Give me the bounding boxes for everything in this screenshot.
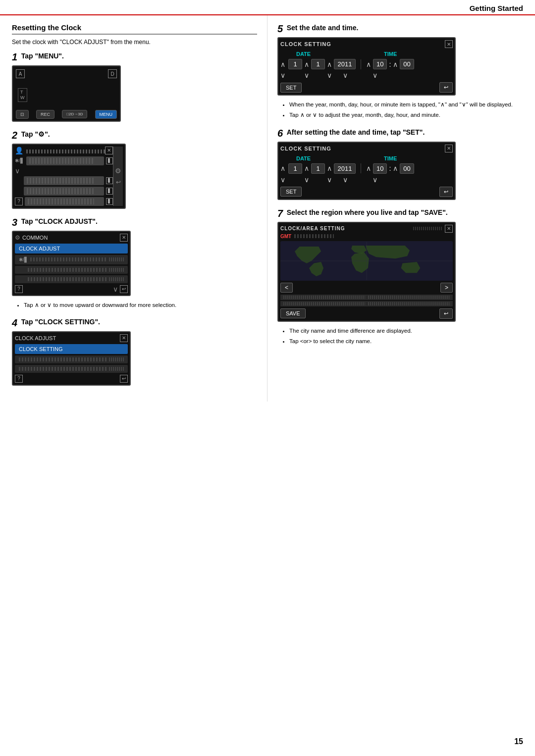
close-button-7[interactable]: ✕ xyxy=(445,225,453,233)
up-arrow-month-5[interactable]: ∧ xyxy=(304,60,309,68)
back-button-3[interactable]: ↩ xyxy=(120,285,128,293)
step-4-number: 4 xyxy=(12,317,17,328)
note-5-2: Tap ∧ or ∨ to adjust the year, month, da… xyxy=(289,111,523,119)
clock-dn-row-6: ∨ ∨ ∨ ∨ ∨ xyxy=(280,176,453,184)
step3-screen: ⚙ COMMON ✕ CLOCK ADJUST ✱/▋ xyxy=(12,231,131,296)
set-button-6[interactable]: SET xyxy=(280,187,302,197)
note-7-1: The city name and time difference are di… xyxy=(289,327,523,335)
clock-adjust-row[interactable]: CLOCK ADJUST xyxy=(15,244,128,253)
menu-item-bar-3[interactable] xyxy=(24,187,104,196)
menu-item-ind-2: ▋ xyxy=(106,177,113,184)
hour-field-5[interactable]: 10 xyxy=(373,59,387,69)
question-icon-4[interactable]: ? xyxy=(15,375,23,383)
min-field-6[interactable]: 00 xyxy=(400,163,414,174)
day-field-6[interactable]: 1 xyxy=(288,163,302,174)
step5-notes: When the year, month, day, hour, or minu… xyxy=(281,101,523,120)
up-arrow-day-5[interactable]: ∧ xyxy=(280,60,285,68)
clock-setting-row[interactable]: CLOCK SETTING xyxy=(15,344,128,354)
dn-arrow-month-6[interactable]: ∨ xyxy=(304,176,309,184)
close-button-6[interactable]: ✕ xyxy=(445,145,453,152)
min-field-5[interactable]: 00 xyxy=(400,59,414,69)
step-1-text: Tap "MENU". xyxy=(21,51,64,60)
step-5: 5 Set the date and time. CLOCK SETTING ✕… xyxy=(277,23,523,120)
main-content: Resetting the Clock Set the clock with "… xyxy=(0,15,535,402)
dn-arrow-year-5[interactable]: ∨ xyxy=(327,71,332,79)
date-label-5: DATE xyxy=(294,50,313,58)
day-field-5[interactable]: 1 xyxy=(288,59,302,69)
step-3: 3 Tap "CLOCK ADJUST". ⚙ COMMON ✕ CLOCK A… xyxy=(12,217,257,309)
step-3-text: Tap "CLOCK ADJUST". xyxy=(21,217,98,226)
page-number: 15 xyxy=(514,737,523,746)
common-title: COMMON xyxy=(22,235,118,241)
back-icon[interactable]: ↩ xyxy=(116,179,121,186)
dn-arrow-day-6[interactable]: ∨ xyxy=(280,176,285,184)
step-5-number: 5 xyxy=(277,23,283,34)
area-info-rows xyxy=(280,295,453,306)
up-arrow-day-6[interactable]: ∧ xyxy=(280,164,285,172)
question-icon[interactable]: ? xyxy=(15,198,23,205)
menu-close-btn[interactable]: ✕ xyxy=(105,147,113,154)
dn-arrow-month-5[interactable]: ∨ xyxy=(304,71,309,79)
month-field-5[interactable]: 1 xyxy=(311,59,325,69)
close-button-4[interactable]: ✕ xyxy=(120,334,128,342)
up-arrow-year-6[interactable]: ∧ xyxy=(327,164,332,172)
note-3-1: Tap ∧ or ∨ to move upward or downward fo… xyxy=(24,301,257,309)
step1-screen: A D TW ⊡ REC □2D→3D MENU xyxy=(12,65,121,122)
back-button-4[interactable]: ↩ xyxy=(120,375,128,383)
dn-arrow-year-6[interactable]: ∨ xyxy=(327,176,332,184)
mode-3d-button[interactable]: □2D→3D xyxy=(62,110,87,118)
up-arrow-hour-6[interactable]: ∧ xyxy=(366,164,371,172)
area-title: CLOCK/AREA SETTING xyxy=(280,226,345,231)
area-info-row-1 xyxy=(280,295,453,300)
nav-right-button[interactable]: > xyxy=(440,283,453,293)
clock-adjust-title: CLOCK ADJUST xyxy=(15,335,118,341)
menu-item-bar-2[interactable] xyxy=(24,176,104,185)
clock-up-row-5: ∧ 1 ∧ 1 ∧ 2011 ∧ 10 : ∧ 00 xyxy=(280,59,453,69)
note-7-2: Tap <or> to select the city name. xyxy=(289,337,523,346)
up-arrow-min-5[interactable]: ∧ xyxy=(393,60,398,68)
set-button-5[interactable]: SET xyxy=(280,83,302,93)
year-field-5[interactable]: 2011 xyxy=(334,59,356,69)
year-field-6[interactable]: 2011 xyxy=(334,163,356,174)
menu-item-ind-4: ▋ xyxy=(106,198,113,205)
back-button-7[interactable]: ↩ xyxy=(439,308,453,319)
step-4-text: Tap "CLOCK SETTING". xyxy=(21,317,100,326)
menu-item-bar-4[interactable] xyxy=(25,197,104,206)
back-button-6[interactable]: ↩ xyxy=(439,187,453,197)
step3-notes: Tap ∧ or ∨ to move upward or downward fo… xyxy=(16,301,257,309)
dn-arrow-hour-5[interactable]: ∨ xyxy=(343,71,348,79)
step-3-number: 3 xyxy=(12,217,17,228)
nav-left-button[interactable]: < xyxy=(280,283,293,293)
side-gear-panel: ⚙ ↩ xyxy=(113,147,123,206)
close-button-5[interactable]: ✕ xyxy=(445,40,453,48)
hour-field-6[interactable]: 10 xyxy=(373,163,387,174)
dn-arrow-day-5[interactable]: ∨ xyxy=(280,71,285,79)
up-arrow-min-6[interactable]: ∧ xyxy=(393,164,398,172)
dn-arrow-hour-6[interactable]: ∨ xyxy=(343,176,348,184)
month-field-6[interactable]: 1 xyxy=(311,163,325,174)
screen-icon-a: A xyxy=(16,69,25,78)
area-bottom: SAVE ↩ xyxy=(280,308,453,319)
menu-button[interactable]: MENU xyxy=(95,110,117,119)
rec-button[interactable]: REC xyxy=(36,110,54,119)
step7-notes: The city name and time difference are di… xyxy=(281,327,523,346)
close-button[interactable]: ✕ xyxy=(120,234,128,242)
save-button[interactable]: SAVE xyxy=(280,308,306,318)
person-icon: 👤 xyxy=(15,147,23,154)
dn-arrow-min-6[interactable]: ∨ xyxy=(373,176,377,184)
chevron-down-icon[interactable]: ∨ xyxy=(15,167,20,175)
step7-screen: CLOCK/AREA SETTING ✕ GMT xyxy=(277,222,456,322)
menu-row-a1: ✱/▋ xyxy=(15,255,128,264)
chevron-down-icon-3[interactable]: ∨ xyxy=(113,285,118,293)
gear-icon[interactable]: ⚙ xyxy=(115,167,121,175)
clock-up-row-6: ∧ 1 ∧ 1 ∧ 2011 ∧ 10 : ∧ 00 xyxy=(280,163,453,174)
up-arrow-year-5[interactable]: ∧ xyxy=(327,60,332,68)
colon-sep-5: : xyxy=(389,60,391,68)
back-button-5[interactable]: ↩ xyxy=(439,82,453,93)
question-icon-3[interactable]: ? xyxy=(15,285,23,293)
up-arrow-hour-5[interactable]: ∧ xyxy=(366,60,371,68)
dn-arrow-min-5[interactable]: ∨ xyxy=(373,71,377,79)
menu-item-bar-1[interactable] xyxy=(26,156,104,165)
up-arrow-month-6[interactable]: ∧ xyxy=(304,164,309,172)
step2-screen: 👤 ✕ ✱/▋ ▋ ∨ xyxy=(12,144,126,209)
